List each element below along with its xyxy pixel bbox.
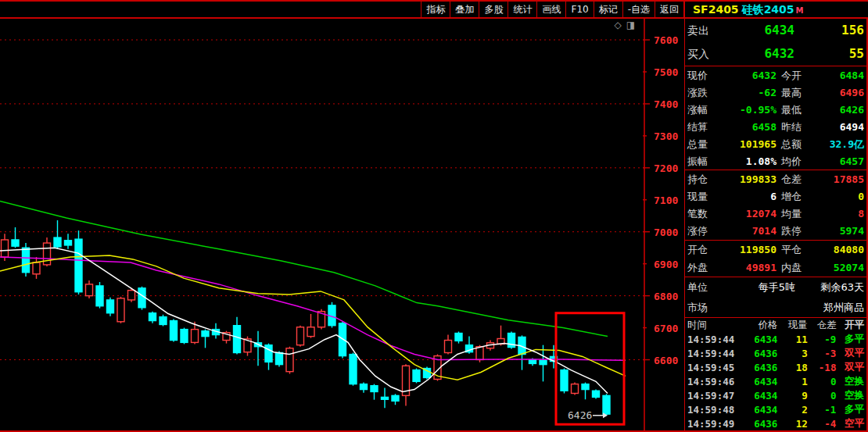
tick-price: 6434: [740, 376, 777, 387]
field-value: 剩余63天: [795, 282, 864, 292]
ma-magenta: [0, 257, 626, 360]
window-mode-icon[interactable]: ◨: [626, 20, 640, 30]
candle: [350, 352, 357, 385]
tick-row[interactable]: 14:59:4864342-1多平: [687, 403, 864, 416]
candle: [403, 364, 410, 405]
candle: [149, 312, 156, 323]
toolbar-button-back[interactable]: 返回: [655, 1, 684, 18]
chart-corner-icons: ◇◨: [614, 20, 640, 30]
candle: [202, 330, 209, 348]
tick-trade-table[interactable]: 时间价格现量仓差开平14:59:44643411-9多平14:59:446436…: [685, 318, 866, 430]
kline-chart[interactable]: 6426: [0, 19, 643, 430]
toolbar-button-overlay[interactable]: 叠加: [450, 1, 479, 18]
toolbar-buttons: 指标叠加多股统计画线F10标记-自选返回: [421, 1, 684, 18]
candle: [445, 335, 452, 355]
toolbar-button-statistics[interactable]: 统计: [508, 1, 537, 18]
tick-row[interactable]: 14:59:49643612-4空平: [687, 417, 864, 430]
field-label: 总额: [777, 139, 816, 149]
field-label: 最高: [777, 87, 816, 98]
diamond-icon[interactable]: ◇: [614, 20, 626, 30]
tick-position-diff: -3: [808, 348, 837, 359]
field-label: 涨幅: [687, 105, 720, 115]
axis-tick-label: 7600: [654, 34, 678, 46]
tick-volume: 1: [777, 376, 807, 387]
field-label: 单位: [687, 282, 720, 292]
field-value: 每手5吨: [720, 282, 795, 292]
top-toolbar: 指标叠加多股统计画线F10标记-自选返回 SF2405硅铁2405M: [0, 2, 868, 19]
field-label: 今开: [777, 70, 816, 80]
axis-tick-label: 7500: [654, 66, 678, 78]
tick-volume: 18: [777, 362, 807, 373]
candle: [392, 394, 399, 405]
tick-row[interactable]: 14:59:47643490空换: [687, 389, 864, 402]
tick-row[interactable]: 14:59:46643410空换: [687, 375, 864, 388]
tick-time: 14:59:45: [687, 362, 740, 373]
data-row: 持仓199833仓差17885: [687, 174, 864, 184]
axis-tick-label: 7300: [654, 130, 678, 142]
tick-open-close-flag: 双平: [836, 347, 864, 360]
quote-section: 现价6432今开6484涨跌-62最高6496涨幅-0.95%最低6426结算6…: [685, 66, 866, 170]
price-axis-scale: 7600750074007300720071007000690068006700…: [643, 19, 684, 430]
field-label: 增仓: [777, 191, 816, 202]
tick-row[interactable]: 14:59:4464363-3双平: [687, 347, 864, 360]
column-header: 价格: [740, 319, 777, 332]
candle: [138, 287, 145, 310]
data-row: 振幅1.08%均价6457: [687, 156, 864, 166]
candle: [382, 388, 389, 409]
volume-value: 55: [794, 48, 864, 60]
tick-row[interactable]: 14:59:45643618-18双平: [687, 361, 864, 374]
field-label: 昨结: [777, 122, 816, 132]
candle: [297, 326, 304, 347]
candle: [603, 394, 610, 415]
candle: [540, 345, 547, 382]
field-value: 6426: [816, 105, 864, 115]
field-label: 外盘: [687, 262, 720, 273]
field-value: 6: [720, 191, 777, 202]
field-value: 0: [816, 191, 864, 202]
bid-ask-section: 卖出6434156买入643255: [685, 19, 866, 66]
data-row: 外盘49891内盘52074: [687, 262, 864, 273]
info-row: 市场郑州商品: [687, 302, 864, 312]
field-label: 平仓: [777, 245, 816, 255]
candle: [223, 331, 230, 344]
field-label: 仓差: [777, 174, 816, 184]
field-value: 84080: [816, 245, 864, 255]
field-value: 6457: [816, 156, 864, 166]
tick-price: 6436: [740, 348, 777, 359]
toolbar-button-f10[interactable]: F10: [565, 1, 594, 18]
position-section: 持仓199833仓差17885现量6增仓0笔数12074均量8涨停7014跌停5…: [685, 170, 866, 241]
field-value: 199833: [720, 174, 777, 184]
contract-code: SF2405: [693, 3, 739, 16]
candle: [75, 230, 82, 295]
tick-price: 6436: [740, 418, 777, 430]
data-row: 总量101965总额32.9亿: [687, 139, 864, 149]
price-value: 6432: [720, 48, 794, 60]
tick-position-diff: -18: [808, 362, 837, 373]
candle: [117, 297, 124, 323]
candle: [234, 317, 241, 355]
ma-white: [0, 248, 608, 393]
toolbar-button-indicator[interactable]: 指标: [421, 1, 450, 18]
tick-table-header: 时间价格现量仓差开平: [687, 319, 864, 332]
kline-chart-area[interactable]: 6426 ◇◨: [0, 19, 643, 430]
toolbar-button-draw-line[interactable]: 画线: [536, 1, 566, 18]
tick-position-diff: 0: [808, 390, 837, 402]
toolbar-button-multi-stock[interactable]: 多股: [479, 1, 508, 18]
candle: [455, 331, 462, 343]
contract-period-badge: M: [796, 6, 804, 15]
axis-tick-label: 7400: [654, 98, 678, 110]
tick-row[interactable]: 14:59:44643411-9多平: [687, 333, 864, 346]
tick-price: 6434: [740, 334, 777, 345]
tick-open-close-flag: 多平: [836, 403, 864, 416]
field-value: 郑州商品: [795, 302, 864, 312]
toolbar-button-remove-watchlist[interactable]: -自选: [622, 1, 655, 18]
tick-open-close-flag: 多平: [836, 333, 864, 346]
field-label: 跌停: [777, 226, 816, 236]
field-label: 开仓: [687, 245, 720, 255]
field-value: 6484: [816, 70, 864, 80]
toolbar-button-mark[interactable]: 标记: [594, 1, 623, 18]
tick-position-diff: 0: [808, 376, 837, 387]
tick-open-close-flag: 空换: [836, 389, 864, 402]
axis-tick-label: 6900: [654, 259, 678, 270]
field-value: 6458: [720, 122, 777, 132]
